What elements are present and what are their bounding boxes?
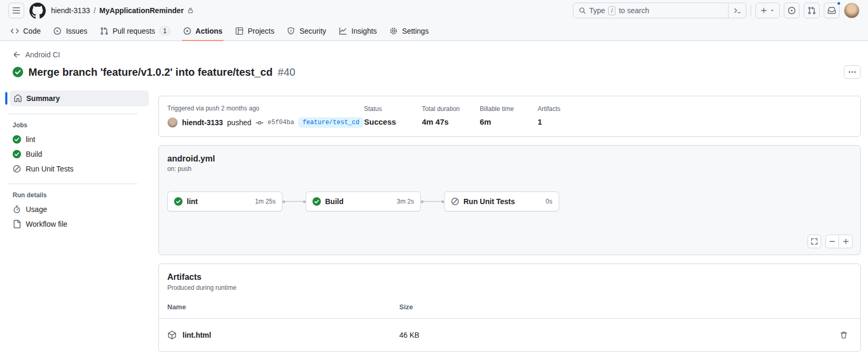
stopwatch-icon — [13, 205, 21, 214]
trash-icon — [840, 331, 848, 339]
job-label: Build — [26, 150, 42, 158]
fullscreen-button[interactable] — [808, 235, 821, 248]
graph-controls — [808, 235, 853, 248]
commit-sha-link[interactable]: e5f04ba — [268, 119, 294, 126]
tab-label: Security — [299, 27, 326, 35]
sidebar-item-usage[interactable]: Usage — [5, 202, 149, 217]
tab-settings[interactable]: Settings — [384, 21, 434, 41]
arrow-left-icon — [13, 50, 21, 59]
success-check-icon — [13, 67, 23, 77]
search-placeholder: Type / to search — [573, 6, 728, 15]
search-placeholder-post: to search — [619, 6, 649, 15]
shield-icon — [287, 27, 295, 35]
run-stats: Status Success Total duration 4m 47s Bil… — [364, 105, 596, 128]
run-options-button[interactable] — [844, 65, 861, 79]
actor-avatar[interactable] — [167, 117, 178, 128]
github-logo[interactable] — [29, 3, 46, 19]
tab-pull-requests[interactable]: Pull requests1 — [95, 21, 176, 41]
stat-label: Artifacts — [538, 105, 578, 113]
tab-actions[interactable]: Actions — [178, 21, 228, 41]
column-header-name: Name — [167, 303, 399, 311]
branch-link[interactable]: feature/test_cd — [298, 117, 364, 128]
search-placeholder-pre: Type — [589, 6, 605, 15]
tab-label: Actions — [196, 27, 223, 35]
tab-insights[interactable]: Insights — [334, 21, 382, 41]
tab-label: Pull requests — [113, 27, 155, 35]
tab-code[interactable]: Code — [5, 21, 46, 41]
tab-security[interactable]: Security — [281, 21, 331, 41]
zoom-out-button[interactable] — [825, 235, 839, 248]
artifacts-header: Artifacts Produced during runtime — [159, 264, 860, 297]
sidebar-job-run-unit-tests[interactable]: Run Unit Tests — [5, 161, 149, 176]
workflow-trigger: on: push — [167, 165, 852, 173]
command-palette-button[interactable] — [728, 3, 746, 18]
node-name: Build — [325, 197, 344, 206]
stat-value: 6m — [480, 117, 520, 126]
run-number: #40 — [278, 66, 295, 78]
summary-wrap: Summary — [5, 90, 149, 106]
tab-projects[interactable]: Projects — [230, 21, 280, 41]
user-avatar[interactable] — [844, 3, 860, 18]
actor-login[interactable]: hiendt-3133 — [182, 118, 223, 127]
hamburger-icon — [12, 6, 21, 15]
create-new-button[interactable] — [755, 3, 780, 18]
notifications-wrap — [824, 3, 840, 18]
issues-dashboard-button[interactable] — [784, 3, 800, 18]
search-input[interactable]: Type / to search — [573, 3, 746, 18]
stat-total-duration: Total duration 4m 47s — [422, 105, 462, 128]
global-nav-menu-button[interactable] — [8, 3, 24, 18]
breadcrumb-separator: / — [94, 6, 96, 15]
tab-label: Code — [23, 27, 41, 35]
unread-notification-dot — [836, 1, 841, 6]
job-label: lint — [26, 135, 35, 144]
breadcrumb-repo-link[interactable]: MyApplicationReminder — [99, 6, 184, 15]
pull-requests-dashboard-button[interactable] — [804, 3, 820, 18]
gear-icon — [389, 27, 398, 35]
git-pull-request-icon — [100, 27, 108, 35]
artifacts-table-header: Name Size — [159, 297, 860, 318]
git-commit-icon — [256, 119, 264, 127]
breadcrumb-owner-link[interactable]: hiendt-3133 — [51, 6, 90, 15]
stat-value: 4m 47s — [422, 117, 462, 126]
artifact-name[interactable]: lint.html — [183, 331, 211, 339]
github-mark-icon — [29, 3, 46, 19]
workflow-graph-card: android.yml on: push lint 1m 25s Build 3… — [158, 145, 861, 255]
zoom-controls — [825, 235, 853, 248]
topbar: hiendt-3133 / MyApplicationReminder Type… — [0, 0, 868, 21]
tab-issues[interactable]: Issues — [48, 21, 92, 41]
workflow-graph: lint 1m 25s Build 3m 2s Run Unit Tests 0… — [167, 191, 852, 211]
stat-label: Status — [364, 105, 404, 113]
artifact-row: lint.html 46 KB — [159, 318, 860, 351]
run-detail-label: Usage — [26, 205, 47, 214]
workflow-name: Android CI — [25, 50, 60, 59]
success-check-icon — [13, 135, 21, 144]
file-icon — [13, 220, 21, 228]
selected-accent-bar — [5, 92, 7, 105]
graph-connector — [421, 200, 444, 203]
actor-action: pushed — [227, 118, 251, 127]
content: Summary Jobs lint Build Run Unit Tests R… — [0, 83, 868, 352]
tab-label: Projects — [248, 27, 275, 35]
back-to-workflow-link[interactable]: Android CI — [13, 50, 60, 59]
graph-node-build[interactable]: Build 3m 2s — [306, 191, 421, 211]
tab-label: Issues — [66, 27, 87, 35]
delete-artifact-button[interactable] — [836, 327, 852, 343]
graph-node-lint[interactable]: lint 1m 25s — [167, 191, 282, 211]
pull-requests-count-badge: 1 — [159, 26, 170, 36]
sidebar-item-summary[interactable]: Summary — [9, 90, 149, 106]
sidebar-job-lint[interactable]: lint — [5, 132, 149, 147]
sidebar-job-build[interactable]: Build — [5, 147, 149, 161]
stat-billable-time: Billable time 6m — [480, 105, 520, 128]
zoom-in-button[interactable] — [839, 235, 853, 248]
graph-node-run-unit-tests[interactable]: Run Unit Tests 0s — [444, 191, 559, 211]
stat-label: Billable time — [480, 105, 520, 113]
success-check-icon — [13, 150, 21, 158]
plus-icon — [842, 238, 850, 245]
tab-label: Settings — [402, 27, 429, 35]
node-name: Run Unit Tests — [463, 197, 515, 206]
artifacts-card: Artifacts Produced during runtime Name S… — [158, 264, 861, 352]
sidebar-divider — [7, 184, 137, 184]
lock-icon — [187, 7, 194, 14]
search-icon — [579, 7, 586, 14]
sidebar-item-workflow-file[interactable]: Workflow file — [5, 217, 149, 231]
